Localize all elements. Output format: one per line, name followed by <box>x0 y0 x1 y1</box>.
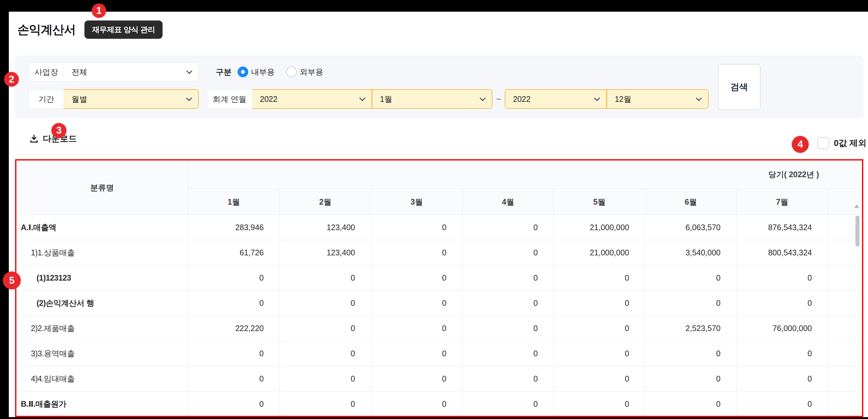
fiscal-from-month-select[interactable]: 1월 <box>372 89 492 109</box>
fiscal-to-month-value: 12월 <box>615 94 631 104</box>
value-cell: 0 <box>188 366 279 391</box>
month-header: 4월 <box>462 189 554 215</box>
value-cell: 0 <box>279 265 371 290</box>
fiscal-from-control: 회계 연월 2022 1월 <box>207 89 492 109</box>
value-cell-partial <box>828 391 862 417</box>
value-cell: 0 <box>279 316 371 341</box>
value-cell: 0 <box>554 391 645 417</box>
search-button[interactable]: 검색 <box>718 64 761 110</box>
fiscal-from-month-value: 1월 <box>380 94 392 104</box>
radio-internal[interactable]: 내부용 <box>238 66 275 77</box>
radio-external[interactable]: 외부용 <box>286 66 323 77</box>
income-statement-table: 분류명 당기( 2022년 ) 1월2월3월4월5월6월7월A.Ⅰ.매출액283… <box>17 160 862 417</box>
row-name-cell: (1)123123 <box>17 265 188 290</box>
filter-panel: 사업장 전체 구분 내부용 외부용 기간 월별 <box>15 56 863 118</box>
value-cell: 0 <box>371 316 462 341</box>
fiscal-to-month-select[interactable]: 12월 <box>607 89 709 109</box>
value-cell: 0 <box>736 391 828 417</box>
value-cell: 0 <box>645 341 736 366</box>
value-cell: 0 <box>554 341 645 366</box>
value-cell: 876,543,324 <box>736 215 828 240</box>
row-name-cell: A.Ⅰ.매출액 <box>17 215 188 240</box>
app-content: 손익계산서 재무제표 양식 관리 사업장 전체 구분 내부용 외부용 <box>9 12 868 417</box>
value-cell: 0 <box>371 391 462 417</box>
value-cell: 0 <box>736 290 828 316</box>
exclude-zero-control: 0값 제외 <box>817 137 866 149</box>
income-statement-table-region: 분류명 당기( 2022년 ) 1월2월3월4월5월6월7월A.Ⅰ.매출액283… <box>15 159 863 417</box>
annotation-marker-4: 4 <box>792 136 809 153</box>
value-cell: 0 <box>188 341 279 366</box>
workplace-label: 사업장 <box>29 62 64 82</box>
exclude-zero-label[interactable]: 0값 제외 <box>834 138 866 149</box>
value-cell: 21,000,000 <box>554 215 645 240</box>
vertical-scrollbar-thumb[interactable] <box>856 216 860 246</box>
period-select[interactable]: 월별 <box>64 89 199 109</box>
value-cell: 123,400 <box>279 240 371 265</box>
download-icon <box>29 134 39 144</box>
value-cell: 123,400 <box>279 215 371 240</box>
value-cell: 2,523,570 <box>645 316 736 341</box>
month-header: 6월 <box>645 189 736 215</box>
value-cell: 283,946 <box>188 215 279 240</box>
value-cell: 0 <box>279 391 371 417</box>
value-cell: 61,726 <box>188 240 279 265</box>
value-cell: 0 <box>279 366 371 391</box>
fiscal-to-year-select[interactable]: 2022 <box>505 89 607 109</box>
radio-unselected-icon <box>286 66 297 77</box>
chevron-down-icon <box>479 95 486 101</box>
value-cell-partial <box>828 265 862 290</box>
annotation-marker-1: 1 <box>92 3 106 18</box>
fiscal-from-year-value: 2022 <box>260 95 278 104</box>
value-cell: 0 <box>645 265 736 290</box>
annotation-marker-2: 2 <box>4 72 19 87</box>
value-cell: 0 <box>462 265 554 290</box>
row-name-cell: 3)3.용역매출 <box>17 341 188 366</box>
month-header: 2월 <box>279 189 371 215</box>
statement-format-manage-button[interactable]: 재무제표 양식 관리 <box>85 21 162 39</box>
value-cell: 0 <box>645 290 736 316</box>
value-cell: 0 <box>462 316 554 341</box>
month-header: 5월 <box>554 189 645 215</box>
value-cell: 0 <box>371 240 462 265</box>
fiscal-to-year-value: 2022 <box>513 95 531 104</box>
value-cell-partial <box>828 316 862 341</box>
row-name-cell: (2)손익계산서 행 <box>17 290 188 316</box>
value-cell: 0 <box>462 215 554 240</box>
value-cell: 0 <box>188 290 279 316</box>
value-cell: 76,000,000 <box>736 316 828 341</box>
value-cell: 0 <box>462 341 554 366</box>
row-name-cell: B.Ⅱ.매출원가 <box>17 391 188 417</box>
row-name-cell: 2)2.제품매출 <box>17 316 188 341</box>
value-cell: 0 <box>645 366 736 391</box>
value-cell: 222,220 <box>188 316 279 341</box>
workplace-select-value: 전체 <box>71 67 87 77</box>
value-cell: 0 <box>554 265 645 290</box>
value-cell: 0 <box>736 265 828 290</box>
period-label: 기간 <box>29 89 64 109</box>
value-cell: 0 <box>554 290 645 316</box>
value-cell: 0 <box>188 391 279 417</box>
annotation-marker-3: 3 <box>51 123 66 138</box>
value-cell: 0 <box>371 290 462 316</box>
month-header: 1월 <box>188 189 279 215</box>
period-header-cell: 당기( 2022년 ) <box>188 160 862 189</box>
value-cell: 0 <box>279 290 371 316</box>
fiscal-from-year-select[interactable]: 2022 <box>252 89 372 109</box>
value-cell: 6,063,570 <box>645 215 736 240</box>
value-cell-partial <box>828 341 862 366</box>
month-header-partial <box>828 189 862 215</box>
row-name-cell: 1)1.상품매출 <box>17 240 188 265</box>
value-cell: 0 <box>462 240 554 265</box>
chevron-down-icon <box>696 95 702 101</box>
workplace-select[interactable]: 전체 <box>64 62 199 82</box>
exclude-zero-checkbox[interactable] <box>817 137 829 149</box>
value-cell: 0 <box>371 341 462 366</box>
chevron-down-icon <box>594 95 600 101</box>
page-title: 손익계산서 <box>17 22 75 38</box>
radio-selected-icon <box>238 66 248 77</box>
chevron-down-icon <box>359 95 366 101</box>
scrollbar-up-arrow-icon[interactable] <box>854 205 859 208</box>
range-separator: ~ <box>496 94 501 104</box>
fiscal-label: 회계 연월 <box>207 89 252 109</box>
value-cell: 0 <box>462 391 554 417</box>
